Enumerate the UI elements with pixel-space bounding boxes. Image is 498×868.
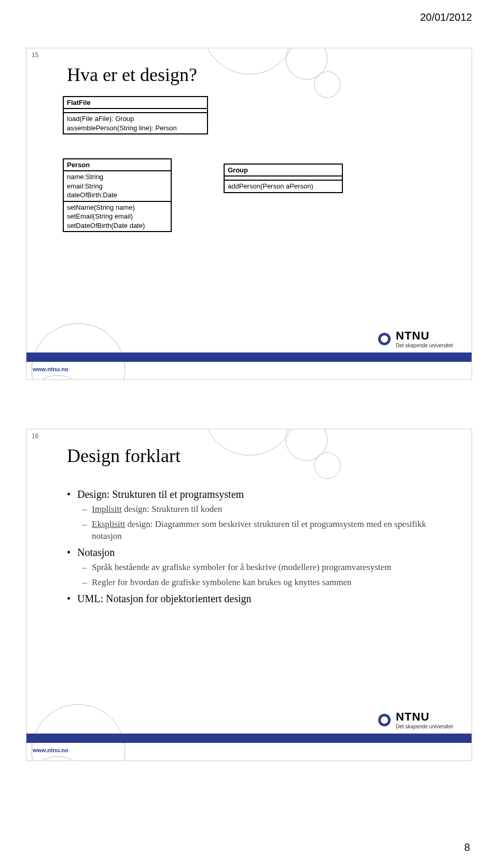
svg-point-0 [203, 48, 296, 74]
uml-attrs [225, 177, 342, 181]
sub-bullet-rest: design: Strukturen til koden [124, 504, 222, 514]
slide-title: Design forklart [67, 445, 181, 467]
uml-op: setName(String name) [67, 203, 168, 212]
footer-bar [26, 734, 472, 743]
uml-class-group: Group addPerson(Person aPerson) [224, 164, 343, 193]
uml-diagram: FlatFile load(File aFile): Group assembl… [63, 96, 436, 304]
uml-attr: email:String [67, 182, 168, 191]
uml-attrs [64, 109, 207, 113]
svg-point-7 [314, 453, 340, 479]
slide-1: 15 Hva er et design? FlatFile load(File … [26, 48, 472, 380]
sub-bullet: Regler for hvordan de grafiske symbolene… [77, 577, 451, 589]
slide-2: 16 Design forklart Design: Strukturen ti… [26, 429, 472, 761]
svg-point-9 [26, 756, 89, 761]
ntnu-logo: NTNU Det skapende universitet [378, 329, 453, 348]
ntnu-tagline: Det skapende universitet [396, 724, 453, 729]
uml-ops: setName(String name) setEmail(String ema… [64, 202, 171, 232]
uml-attrs: name:String email:String dateOfBirth:Dat… [64, 171, 171, 202]
uml-op: assemblePerson(String line): Person [67, 124, 204, 133]
bullet: Design: Strukturen til et programsystem … [67, 489, 451, 542]
bullet-text: UML: Notasjon for objektorientert design [77, 593, 252, 604]
uml-ops: addPerson(Person aPerson) [225, 181, 342, 192]
ntnu-logo: NTNU Det skapende universitet [378, 710, 453, 729]
page-number: 8 [464, 842, 470, 853]
svg-point-1 [286, 48, 327, 79]
uml-attr: dateOfBirth:Date [67, 191, 168, 200]
bullet-text: Design: Strukturen til et programsystem [77, 489, 244, 500]
ntnu-logo-icon [378, 714, 391, 726]
slide-body: Design: Strukturen til et programsystem … [67, 489, 451, 609]
header-date: 20/01/2012 [420, 11, 472, 23]
sub-bullet-underlined: Implisitt [92, 504, 122, 514]
uml-op: addPerson(Person aPerson) [228, 182, 339, 191]
slide-number: 15 [32, 51, 38, 59]
sub-bullet-underlined: Eksplisitt [92, 519, 125, 529]
uml-op: setEmail(String email) [67, 212, 168, 221]
uml-class-name: Person [64, 159, 171, 171]
bullet-text: Notasjon [77, 547, 115, 558]
slide-title: Hva er et design? [67, 64, 197, 86]
ntnu-name: NTNU [396, 329, 453, 343]
footer-url: www.ntnu.no [33, 366, 68, 372]
bullet: UML: Notasjon for objektorientert design [67, 593, 451, 605]
svg-point-4 [26, 375, 89, 380]
svg-point-5 [203, 429, 296, 455]
sub-bullet: Eksplisitt design: Diagrammer som beskri… [77, 519, 451, 542]
slide-number: 16 [32, 432, 38, 440]
svg-point-6 [286, 429, 327, 460]
uml-class-name: FlatFile [64, 97, 207, 109]
bullet: Notasjon Språk bestående av grafiske sym… [67, 547, 451, 589]
uml-class-name: Group [225, 165, 342, 177]
svg-point-2 [314, 72, 340, 98]
uml-class-flatfile: FlatFile load(File aFile): Group assembl… [63, 96, 208, 134]
ntnu-tagline: Det skapende universitet [396, 343, 453, 348]
uml-class-person: Person name:String email:String dateOfBi… [63, 158, 172, 232]
uml-op: setDateOfBirth(Date date) [67, 221, 168, 230]
sub-bullet: Språk bestående av grafiske symboler for… [77, 562, 451, 574]
footer-url: www.ntnu.no [33, 747, 68, 753]
footer-bar [26, 352, 472, 362]
uml-attr: name:String [67, 172, 168, 182]
sub-bullet: Implisitt design: Strukturen til koden [77, 504, 451, 516]
ntnu-name: NTNU [396, 710, 453, 724]
ntnu-logo-icon [378, 333, 391, 345]
uml-op: load(File aFile): Group [67, 114, 204, 124]
uml-ops: load(File aFile): Group assemblePerson(S… [64, 113, 207, 133]
sub-bullet-rest: design: Diagrammer som beskriver struktu… [92, 519, 426, 541]
